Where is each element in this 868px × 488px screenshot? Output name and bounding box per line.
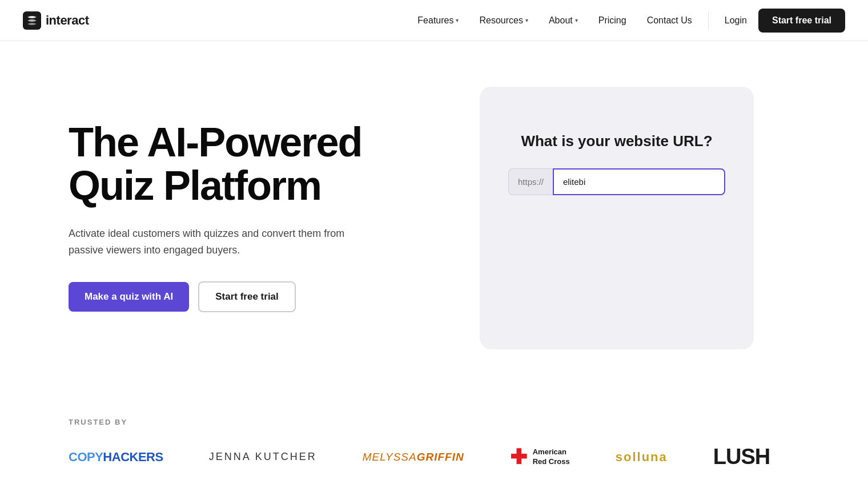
- chevron-down-icon: ▾: [456, 17, 459, 23]
- hero-title: The AI-Powered Quiz Platform: [69, 121, 445, 207]
- chevron-down-icon: ▾: [525, 17, 528, 23]
- american-red-cross-logo: ✚ American Red Cross: [510, 447, 570, 467]
- header: interact Features ▾ Resources ▾ About ▾ …: [0, 0, 868, 41]
- url-card-container: What is your website URL? https://: [480, 87, 754, 349]
- url-card-title: What is your website URL?: [521, 132, 712, 150]
- hero-content: The AI-Powered Quiz Platform Activate id…: [69, 87, 445, 312]
- nav-item-features[interactable]: Features ▾: [408, 11, 468, 30]
- start-free-trial-hero-button[interactable]: Start free trial: [198, 281, 296, 312]
- logos-row: COPYHACKERS JENNA KUTCHER MELYSSAGRIFFIN…: [69, 445, 799, 469]
- trusted-by-section: TRUSTED BY COPYHACKERS JENNA KUTCHER MEL…: [0, 395, 868, 488]
- nav-divider: [708, 11, 709, 30]
- nav-item-about[interactable]: About ▾: [540, 11, 587, 30]
- red-cross-icon: ✚: [510, 447, 527, 467]
- hero-buttons: Make a quiz with AI Start free trial: [69, 281, 445, 312]
- hero-section: The AI-Powered Quiz Platform Activate id…: [0, 41, 868, 395]
- solluna-logo: solluna: [616, 450, 668, 465]
- url-prefix: https://: [508, 168, 553, 195]
- website-url-input[interactable]: [553, 168, 725, 195]
- url-card: What is your website URL? https://: [480, 87, 754, 349]
- trusted-label: TRUSTED BY: [69, 418, 799, 426]
- logo-link[interactable]: interact: [23, 11, 89, 30]
- logo-text: interact: [46, 13, 89, 28]
- nav-item-resources[interactable]: Resources ▾: [470, 11, 537, 30]
- make-quiz-ai-button[interactable]: Make a quiz with AI: [69, 282, 189, 312]
- copyhackers-logo: COPYHACKERS: [69, 450, 163, 465]
- nav-item-pricing[interactable]: Pricing: [589, 11, 636, 30]
- hero-subtitle: Activate ideal customers with quizzes an…: [69, 225, 365, 259]
- interact-logo-icon: [23, 11, 41, 30]
- login-link[interactable]: Login: [716, 11, 756, 30]
- url-input-row: https://: [508, 168, 725, 195]
- lush-logo: LUSH: [713, 445, 770, 469]
- main-nav: Features ▾ Resources ▾ About ▾ Pricing C…: [408, 9, 845, 33]
- melissa-griffin-logo: MELYSSAGRIFFIN: [363, 451, 464, 463]
- start-free-trial-header-button[interactable]: Start free trial: [758, 9, 845, 33]
- chevron-down-icon: ▾: [575, 17, 578, 23]
- nav-item-contact[interactable]: Contact Us: [638, 11, 701, 30]
- jenna-kutcher-logo: JENNA KUTCHER: [209, 451, 317, 463]
